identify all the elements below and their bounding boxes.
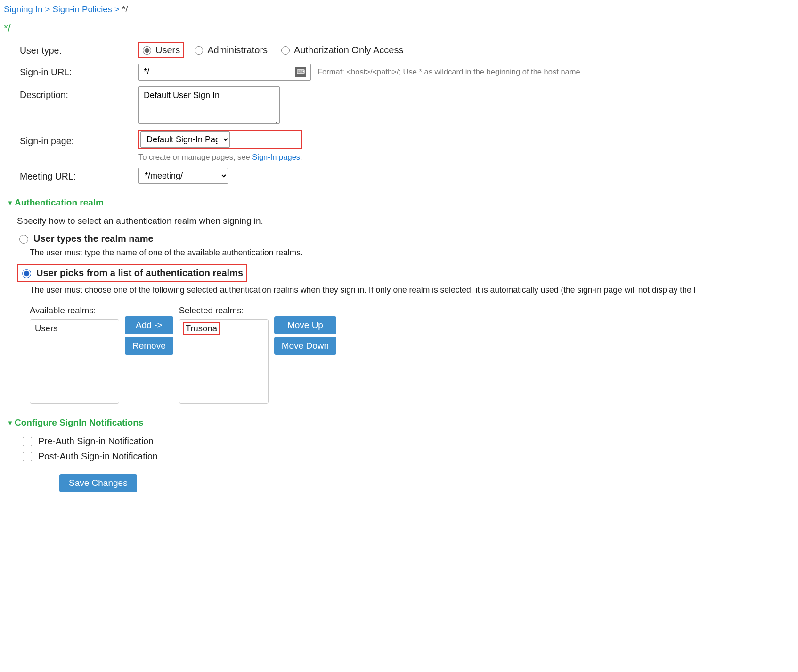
chevron-down-icon: ▾ (8, 418, 12, 427)
realm-option-picks-list: User picks from a list of authentication… (17, 264, 794, 295)
hint-signin-page: To create or manage pages, see Sign-In p… (138, 152, 302, 162)
desc-realm-types: The user must type the name of one of th… (30, 247, 794, 258)
breadcrumb-link-signin-policies[interactable]: Sign-in Policies (52, 4, 112, 14)
link-signin-pages[interactable]: Sign-In pages (252, 153, 300, 161)
radio-input-realm-picks[interactable] (22, 269, 31, 278)
checkbox-label-post-auth: Post-Auth Sign-in Notification (38, 451, 158, 462)
chevron-down-icon: ▾ (8, 198, 12, 207)
label-description: Description: (20, 86, 138, 101)
page-title: */ (4, 22, 794, 35)
label-available-realms: Available realms: (30, 305, 119, 316)
section-title-notifications: Configure SignIn Notifications (15, 417, 143, 429)
save-button[interactable]: Save Changes (59, 474, 137, 492)
radio-label-realm-types: User types the realm name (33, 232, 154, 245)
desc-realm-picks: The user must choose one of the followin… (30, 285, 794, 295)
section-header-notifications[interactable]: ▾ Configure SignIn Notifications (8, 417, 794, 429)
select-signin-page[interactable]: Default Sign-In Page (140, 131, 230, 148)
add-button[interactable]: Add -> (125, 316, 173, 334)
breadcrumb: Signing In > Sign-in Policies > */ (4, 4, 794, 15)
radio-user-type-users[interactable]: Users (138, 42, 184, 58)
text-auth-realm-intro: Specify how to select an authentication … (17, 215, 794, 227)
user-type-radio-group: Users Administrators Authorization Only … (138, 42, 406, 58)
radio-label-administrators: Administrators (207, 44, 268, 56)
breadcrumb-separator: > (114, 4, 122, 14)
listbox-available-realms[interactable]: Users (30, 319, 119, 404)
radio-user-type-administrators[interactable]: Administrators (191, 43, 270, 57)
checkbox-input-pre-auth[interactable] (23, 437, 32, 446)
checkbox-post-auth[interactable]: Post-Auth Sign-in Notification (21, 451, 794, 463)
breadcrumb-link-signing-in[interactable]: Signing In (4, 4, 42, 14)
radio-input-administrators[interactable] (195, 46, 203, 55)
highlight-signin-page-select: Default Sign-In Page (138, 130, 302, 149)
radio-label-users: Users (155, 44, 180, 56)
input-signin-url[interactable] (138, 64, 311, 81)
keyboard-icon[interactable]: ⌨︎ (295, 67, 306, 77)
list-item[interactable]: Trusona (183, 322, 220, 335)
section-title-auth-realm: Authentication realm (15, 197, 104, 209)
list-item[interactable]: Users (34, 322, 115, 335)
hint-signin-url-format: Format: <host>/<path>/; Use * as wildcar… (318, 67, 582, 77)
radio-input-users[interactable] (143, 46, 151, 55)
radio-realm-types-name[interactable]: User types the realm name (17, 232, 794, 245)
textarea-description[interactable] (138, 86, 280, 124)
breadcrumb-separator: > (45, 4, 52, 14)
realm-option-types-name: User types the realm name The user must … (17, 232, 794, 258)
radio-realm-picks-list[interactable]: User picks from a list of authentication… (17, 264, 247, 282)
checkbox-label-pre-auth: Pre-Auth Sign-in Notification (38, 435, 154, 447)
move-down-button[interactable]: Move Down (274, 337, 336, 355)
label-user-type: User type: (20, 42, 138, 57)
checkbox-pre-auth[interactable]: Pre-Auth Sign-in Notification (21, 435, 794, 448)
label-selected-realms: Selected realms: (179, 305, 269, 316)
remove-button[interactable]: Remove (125, 337, 173, 355)
label-meeting-url: Meeting URL: (20, 168, 138, 182)
section-header-auth-realm[interactable]: ▾ Authentication realm (8, 197, 794, 209)
radio-label-authonly: Authorization Only Access (294, 44, 403, 56)
checkbox-input-post-auth[interactable] (23, 452, 32, 461)
label-signin-page: Sign-in page: (20, 130, 138, 147)
label-signin-url: Sign-in URL: (20, 64, 138, 78)
radio-input-realm-types[interactable] (19, 235, 28, 244)
listbox-selected-realms[interactable]: Trusona (179, 319, 269, 404)
radio-input-authonly[interactable] (281, 46, 290, 55)
move-up-button[interactable]: Move Up (274, 316, 336, 334)
breadcrumb-leaf: */ (122, 4, 128, 14)
radio-user-type-authonly[interactable]: Authorization Only Access (278, 43, 406, 57)
radio-label-realm-picks: User picks from a list of authentication… (36, 267, 243, 279)
select-meeting-url[interactable]: */meeting/ (138, 168, 228, 184)
